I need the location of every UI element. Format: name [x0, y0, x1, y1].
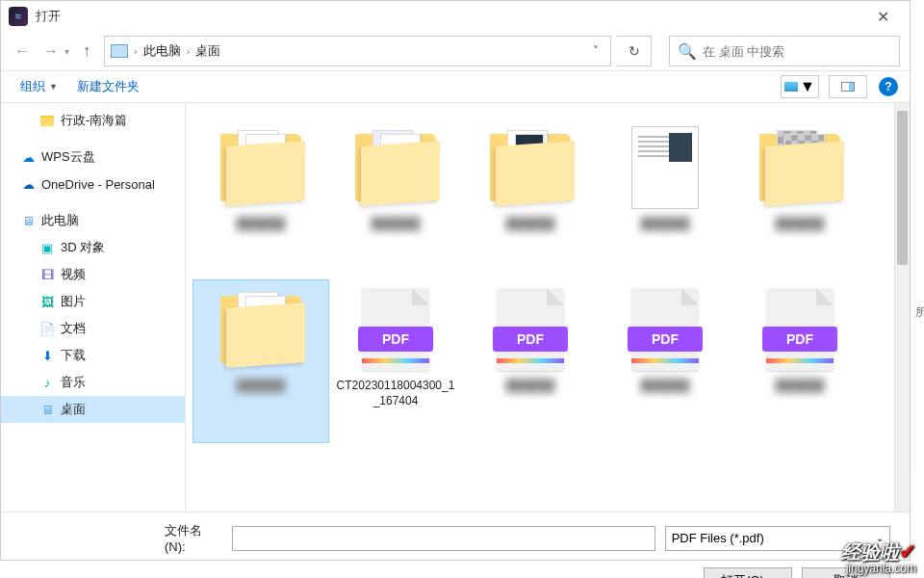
watermark: 经验啦✔ jingyanla.com: [841, 541, 916, 574]
cloud-dark-icon: ☁: [20, 176, 36, 192]
sidebar-item-label: 桌面: [61, 401, 86, 418]
refresh-button[interactable]: ↻: [617, 36, 652, 66]
file-label: ██████: [236, 217, 285, 232]
file-thumb: PDF: [482, 286, 578, 373]
file-tile-7[interactable]: PDF██████: [463, 280, 598, 442]
open-button[interactable]: 打开(O)▼: [704, 567, 792, 578]
sidebar-item-8[interactable]: ⬇下载: [1, 342, 185, 369]
sidebar-item-2[interactable]: ☁OneDrive - Personal: [1, 171, 185, 197]
address-dropdown-icon[interactable]: ˅: [587, 40, 604, 62]
search-input[interactable]: [703, 44, 891, 59]
file-label: ██████: [505, 217, 554, 232]
file-tile-8[interactable]: PDF██████: [598, 280, 732, 442]
preview-pane-button[interactable]: [829, 75, 867, 98]
folder-icon: [39, 113, 55, 128]
history-dropdown-icon[interactable]: ▾: [64, 46, 69, 57]
file-thumb: [347, 124, 444, 211]
sidebar: 行政-南海篇☁WPS云盘☁OneDrive - Personal🖥此电脑▣3D …: [1, 103, 186, 512]
back-button[interactable]: ←: [11, 39, 34, 63]
pc-icon: [111, 44, 128, 58]
search-box[interactable]: 🔍: [669, 36, 900, 66]
sidebar-item-label: WPS云盘: [41, 148, 95, 166]
sidebar-item-label: 行政-南海篇: [61, 112, 127, 129]
sidebar-item-label: 此电脑: [41, 212, 79, 229]
app-icon: ≋: [9, 7, 28, 26]
file-tile-2[interactable]: ██████: [463, 118, 598, 280]
forward-button: →: [39, 39, 63, 63]
file-tile-3[interactable]: ██████: [598, 118, 732, 280]
filename-label: 文件名(N):: [165, 522, 222, 554]
file-tile-1[interactable]: ██████: [328, 118, 463, 280]
sidebar-item-label: 视频: [61, 266, 86, 283]
close-button[interactable]: ✕: [863, 3, 902, 30]
sidebar-item-9[interactable]: ♪音乐: [1, 369, 185, 396]
file-thumb: PDF: [347, 286, 444, 373]
file-thumb: [617, 124, 713, 211]
doc-icon: 📄: [39, 321, 55, 336]
file-label: ██████: [775, 217, 824, 232]
file-thumb: [213, 124, 309, 211]
file-thumb: PDF: [752, 286, 848, 373]
sidebar-item-label: 文档: [61, 320, 86, 337]
sidebar-item-label: 音乐: [61, 374, 86, 391]
file-thumb: [482, 124, 578, 211]
window-title: 打开: [36, 8, 61, 25]
sidebar-item-0[interactable]: 行政-南海篇: [1, 107, 185, 134]
file-label: ██████: [236, 379, 285, 394]
view-mode-button[interactable]: ▼: [781, 75, 819, 98]
sidebar-item-7[interactable]: 📄文档: [1, 315, 185, 342]
file-pane[interactable]: ██████████████████████████████W██████PDF…: [186, 103, 894, 512]
file-tile-6[interactable]: PDFCT20230118004300_1_167404: [328, 280, 463, 442]
help-button[interactable]: ?: [879, 77, 898, 96]
dl-icon: ⬇: [39, 348, 55, 363]
address-bar[interactable]: › 此电脑 › 桌面 ˅: [104, 36, 611, 66]
sidebar-item-1[interactable]: ☁WPS云盘: [1, 144, 185, 171]
chevron-down-icon: ▼: [49, 82, 58, 92]
sidebar-item-label: 下载: [61, 347, 86, 364]
background-window-edge: 所: [914, 102, 924, 468]
sidebar-item-6[interactable]: 🖼图片: [1, 288, 185, 315]
titlebar: ≋ 打开 ✕: [1, 1, 910, 32]
file-thumb: [752, 124, 848, 211]
file-tile-5[interactable]: W██████: [193, 280, 328, 442]
filename-input[interactable]: [232, 526, 655, 551]
3d-icon: ▣: [39, 240, 55, 255]
music-icon: ♪: [39, 375, 55, 390]
sidebar-item-label: 3D 对象: [61, 239, 105, 256]
navigation-row: ← → ▾ ↑ › 此电脑 › 桌面 ˅ ↻ 🔍: [1, 32, 910, 70]
pic-icon: 🖼: [39, 294, 55, 309]
file-label: CT20230118004300_1_167404: [334, 379, 457, 408]
file-label: ██████: [640, 379, 689, 394]
vertical-scrollbar[interactable]: [894, 103, 910, 512]
filter-label: PDF Files (*.pdf): [672, 531, 764, 545]
search-icon: 🔍: [678, 42, 697, 61]
file-label: ██████: [505, 379, 554, 394]
sidebar-item-label: OneDrive - Personal: [41, 177, 155, 192]
pane-icon: [841, 82, 855, 92]
cloud-blue-icon: ☁: [20, 149, 36, 165]
breadcrumb-sep-icon: ›: [134, 45, 138, 57]
breadcrumb-leaf[interactable]: 桌面: [195, 42, 220, 60]
bottom-panel: 文件名(N): PDF Files (*.pdf) ⌄ 打开(O)▼ 取消: [1, 512, 910, 578]
file-label: ██████: [640, 217, 689, 232]
scrollbar-thumb[interactable]: [897, 111, 908, 265]
breadcrumb-sep-icon: ›: [187, 45, 191, 57]
desk-icon: 🖥: [39, 402, 55, 417]
toolbar: 组织▼ 新建文件夹 ▼ ?: [1, 70, 910, 103]
file-label: ██████: [371, 217, 420, 232]
sidebar-item-5[interactable]: 🎞视频: [1, 261, 185, 288]
file-thumb: PDF: [617, 286, 713, 373]
breadcrumb-root[interactable]: 此电脑: [143, 42, 181, 60]
up-button[interactable]: ↑: [75, 39, 98, 63]
file-tile-0[interactable]: ██████: [193, 118, 328, 280]
organize-button[interactable]: 组织▼: [13, 74, 65, 99]
new-folder-button[interactable]: 新建文件夹: [69, 74, 147, 99]
sidebar-item-3[interactable]: 🖥此电脑: [1, 207, 185, 234]
file-label: ██████: [775, 379, 824, 394]
chevron-down-icon: ▼: [800, 78, 815, 95]
sidebar-item-4[interactable]: ▣3D 对象: [1, 234, 185, 261]
file-tile-9[interactable]: PDF██████: [732, 280, 867, 442]
pc-icon: 🖥: [20, 213, 36, 228]
file-tile-4[interactable]: ██████: [732, 118, 867, 280]
sidebar-item-10[interactable]: 🖥桌面: [1, 396, 185, 423]
